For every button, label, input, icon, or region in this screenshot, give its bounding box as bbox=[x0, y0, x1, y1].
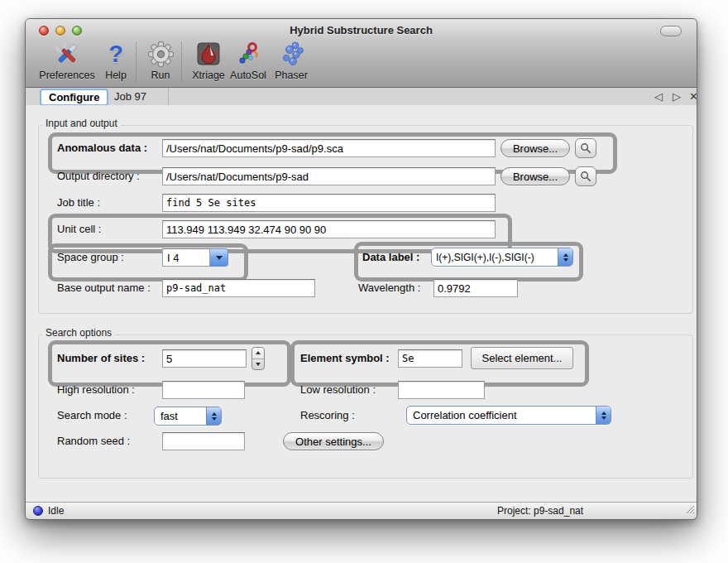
low-resolution-input[interactable] bbox=[398, 381, 485, 399]
low-resolution-label: Low resolution : bbox=[300, 383, 376, 396]
output-directory-input[interactable] bbox=[162, 167, 496, 185]
other-settings-button[interactable]: Other settings... bbox=[283, 432, 384, 450]
element-symbol-input[interactable] bbox=[398, 349, 462, 368]
wavelength-label: Wavelength : bbox=[358, 282, 420, 294]
toolbar-xtriage-label: Xtriage bbox=[192, 70, 225, 81]
job-title-label: Job title : bbox=[57, 196, 100, 209]
toolbar-toggle-button[interactable] bbox=[660, 26, 682, 36]
phaser-bubbles-icon bbox=[278, 39, 304, 69]
unit-cell-label: Unit cell : bbox=[57, 223, 101, 235]
output-directory-browse-button[interactable]: Browse... bbox=[500, 167, 570, 185]
number-of-sites-label: Number of sites : bbox=[57, 352, 145, 364]
data-label-popup[interactable]: I(+),SIGI(+),I(-),SIGI(-) bbox=[431, 248, 573, 267]
status-dot-icon bbox=[33, 506, 43, 516]
element-symbol-label: Element symbol : bbox=[300, 352, 390, 364]
toolbar-separator bbox=[136, 42, 136, 82]
random-seed-label: Random seed : bbox=[57, 435, 130, 447]
toolbar-autosol-button[interactable]: AutoSol bbox=[225, 39, 271, 85]
anomalous-data-search-button[interactable] bbox=[575, 138, 596, 158]
up-down-arrows-icon bbox=[558, 248, 572, 266]
input-output-group-label: Input and output bbox=[42, 118, 121, 129]
toolbar-phaser-button[interactable]: Phaser bbox=[268, 39, 314, 85]
space-group-label: Space group : bbox=[57, 251, 124, 263]
anomalous-data-input[interactable] bbox=[162, 139, 496, 157]
toolbar-run-button[interactable]: Run bbox=[140, 39, 181, 85]
search-mode-label: Search mode : bbox=[57, 409, 127, 421]
resize-grip[interactable] bbox=[684, 503, 695, 517]
autosol-helix-icon bbox=[235, 39, 261, 69]
up-down-arrows-icon bbox=[206, 407, 221, 425]
tab-bar: Configure Job 97 ◁ ▷ ✕ bbox=[26, 88, 697, 105]
search-mode-value: fast bbox=[155, 410, 206, 422]
toolbar-autosol-label: AutoSol bbox=[230, 70, 266, 81]
tab-separator bbox=[168, 88, 169, 105]
stepper-down-icon bbox=[252, 359, 264, 370]
rescoring-value: Correlation coefficient bbox=[407, 409, 596, 421]
toolbar-separator bbox=[181, 42, 182, 82]
rescoring-popup[interactable]: Correlation coefficient bbox=[406, 406, 611, 425]
configure-panel: Input and output Search options Anomalou… bbox=[26, 105, 697, 503]
search-icon bbox=[580, 142, 592, 154]
app-window: Hybrid Substructure Search Preferences ? bbox=[25, 18, 697, 520]
anomalous-data-browse-button[interactable]: Browse... bbox=[500, 139, 570, 157]
search-mode-popup[interactable]: fast bbox=[154, 407, 222, 426]
toolbar-phaser-label: Phaser bbox=[275, 70, 308, 81]
status-bar: Idle Project: p9-sad_nat bbox=[26, 502, 697, 519]
status-text: Idle bbox=[48, 505, 64, 517]
random-seed-input[interactable] bbox=[162, 432, 245, 450]
tab-close-icon[interactable]: ✕ bbox=[689, 90, 697, 103]
toolbar-help-button[interactable]: ? Help bbox=[98, 39, 133, 85]
up-down-arrows-icon bbox=[596, 407, 611, 424]
base-output-name-label: Base output name : bbox=[57, 282, 151, 294]
project-label: Project: p9-sad_nat bbox=[497, 505, 583, 517]
run-gear-icon bbox=[147, 39, 175, 69]
search-options-group-label: Search options bbox=[42, 327, 115, 339]
base-output-name-input[interactable] bbox=[162, 279, 315, 297]
toolbar-preferences-button[interactable]: Preferences bbox=[34, 39, 100, 85]
desktop: Hybrid Substructure Search Preferences ? bbox=[0, 0, 728, 563]
wavelength-input[interactable] bbox=[433, 279, 518, 297]
anomalous-data-label: Anomalous data : bbox=[57, 142, 147, 154]
stepper-up-icon bbox=[252, 348, 264, 359]
tab-prev-icon[interactable]: ◁ bbox=[654, 90, 663, 103]
tab-configure[interactable]: Configure bbox=[40, 89, 108, 106]
number-of-sites-input[interactable] bbox=[162, 349, 247, 368]
preferences-tools-icon bbox=[53, 39, 81, 69]
data-label-value: I(+),SIGI(+),I(-),SIGI(-) bbox=[432, 252, 558, 263]
select-element-button[interactable]: Select element... bbox=[471, 347, 573, 369]
help-question-icon: ? bbox=[108, 39, 123, 69]
window-title: Hybrid Substructure Search bbox=[26, 24, 697, 36]
job-title-input[interactable] bbox=[162, 194, 496, 212]
number-of-sites-stepper[interactable] bbox=[251, 347, 265, 370]
rescoring-label: Rescoring : bbox=[300, 409, 355, 421]
high-resolution-label: High resolution : bbox=[57, 383, 135, 396]
unit-cell-input[interactable] bbox=[162, 220, 496, 238]
toolbar-help-label: Help bbox=[105, 70, 127, 81]
high-resolution-input[interactable] bbox=[162, 381, 245, 399]
chevron-down-icon bbox=[210, 248, 228, 267]
tab-job-97[interactable]: Job 97 bbox=[114, 90, 146, 103]
search-icon bbox=[580, 171, 592, 182]
data-label-label: Data label : bbox=[362, 251, 419, 263]
space-group-value: I 4 bbox=[162, 248, 210, 267]
space-group-combobox[interactable]: I 4 bbox=[162, 248, 228, 267]
toolbar-run-label: Run bbox=[151, 70, 170, 81]
tab-next-icon[interactable]: ▷ bbox=[673, 90, 681, 103]
output-directory-label: Output directory : bbox=[57, 170, 140, 182]
window-header: Hybrid Substructure Search Preferences ? bbox=[26, 19, 697, 88]
output-directory-search-button[interactable] bbox=[575, 166, 596, 186]
toolbar-preferences-label: Preferences bbox=[39, 70, 94, 81]
xtriage-drop-icon bbox=[195, 39, 222, 69]
